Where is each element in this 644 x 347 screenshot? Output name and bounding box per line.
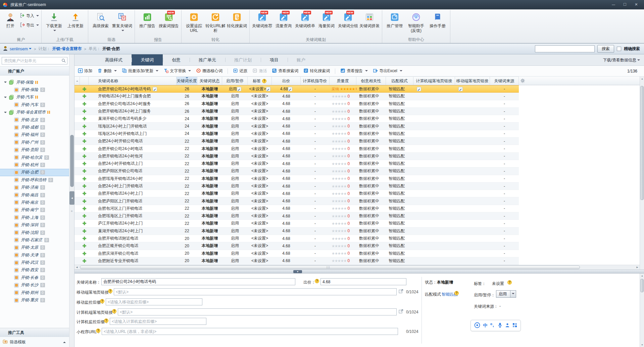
- ribbon-button-关键词拼装[interactable]: 关键词拼装: [359, 10, 380, 29]
- dropdown-arrow-icon[interactable]: [510, 291, 516, 297]
- add-keyword-icon[interactable]: [83, 147, 86, 151]
- plan-item[interactable]: 开锁-省会直辖市: [0, 109, 69, 116]
- add-keyword-icon[interactable]: [83, 132, 86, 136]
- add-keyword-icon[interactable]: [83, 94, 86, 98]
- action-文字替换[interactable]: 文字替换: [163, 68, 191, 74]
- ribbon-button-上传更新[interactable]: 上传更新: [65, 10, 86, 29]
- ribbon-button-搜索词报告[interactable]: NEW搜索词报告: [158, 10, 180, 29]
- action-删除[interactable]: 删除: [97, 68, 117, 74]
- ribbon-button-设置追踪URL[interactable]: 设置追踪URL: [183, 10, 205, 33]
- column-header-length[interactable]: 关键词长度: [177, 77, 197, 85]
- scroll-down-icon[interactable]: ▼: [640, 343, 644, 347]
- ribbon-button-导出[interactable]: 导出: [20, 22, 39, 29]
- tab-账户[interactable]: 账户: [288, 54, 314, 65]
- collapse-up-icon[interactable]: [63, 340, 66, 343]
- column-header-relevance[interactable]: 创意相关性: [356, 77, 386, 85]
- column-header-mobile_landing[interactable]: 移动端落地页链接: [455, 77, 490, 85]
- unit-item[interactable]: 开锁-哈尔滨0: [0, 154, 69, 161]
- ribbon-button-重复关键词[interactable]: 重复关键词: [111, 10, 133, 33]
- unit-item[interactable]: 开锁-北京0: [0, 116, 69, 123]
- ribbon-button-智能助手(反馈)[interactable]: 智能助手(反馈): [405, 10, 427, 33]
- scroll-left-icon[interactable]: ◄: [75, 265, 79, 270]
- add-keyword-icon[interactable]: [83, 214, 86, 218]
- table-row[interactable]: 合肥瑶海区上门开锁电话22本地新增启用<未设置>4.68-★★★★★0数据积累中…: [75, 212, 519, 220]
- table-row[interactable]: 巢湖开锁电话24小时上门22本地新增启用<未设置>4.68-★★★★★0数据积累…: [75, 228, 519, 235]
- open-link-icon[interactable]: [399, 309, 403, 315]
- action-添加[interactable]: 添加: [78, 68, 92, 74]
- table-row[interactable]: 瑶海区24小时上门开锁电话24本地新增启用<未设置>4.68-★★★★★0数据积…: [75, 122, 519, 130]
- sidebar-item-tools[interactable]: 推广工具: [0, 328, 69, 337]
- exact-search-checkbox[interactable]: [617, 47, 621, 51]
- column-header-quality[interactable]: 质量度: [330, 77, 356, 85]
- keyword-search-input[interactable]: [535, 45, 595, 52]
- ime-chinese-icon[interactable]: 中: [483, 323, 487, 329]
- edit-icon[interactable]: [237, 87, 241, 91]
- ime-logo-icon[interactable]: [474, 322, 480, 329]
- mobile-landing-input[interactable]: [114, 288, 397, 295]
- splitter-collapse-button[interactable]: [293, 270, 302, 273]
- ribbon-button-关键词推荐[interactable]: NEW关键词推荐: [251, 10, 273, 29]
- unit-item[interactable]: 开锁-杭州0: [0, 161, 69, 168]
- ribbon-button-关键词榜单[interactable]: NEW关键词榜单: [294, 10, 316, 29]
- pc-landing-input[interactable]: [118, 308, 397, 315]
- table-row[interactable]: 合肥24小时开锁公司电话22本地新增启用<未设置>4.68-★★★★★0数据积累…: [75, 138, 519, 145]
- ribbon-button-打开[interactable]: 打开: [2, 10, 18, 29]
- column-header-bid[interactable]: 出价: [272, 77, 301, 85]
- bid-input[interactable]: [320, 278, 406, 285]
- pc-suffix-input[interactable]: [110, 318, 206, 325]
- table-row[interactable]: 合肥开锁电话24小时上门22本地新增启用<未设置>4.68-★★★★★0数据积累…: [75, 190, 519, 197]
- add-keyword-icon[interactable]: [83, 169, 86, 173]
- table-row[interactable]: 合肥24小时上门开锁电话22本地新增启用<未设置>4.68-★★★★★0数据积累…: [75, 183, 519, 190]
- column-header-name[interactable]: 关键词名称: [89, 77, 177, 85]
- column-header-match[interactable]: 匹配模式: [386, 77, 413, 85]
- unit-item[interactable]: 开锁-西安0: [0, 266, 69, 274]
- column-header-pc_guide[interactable]: 计算机指导价: [301, 77, 330, 85]
- add-keyword-icon[interactable]: [83, 229, 86, 233]
- action-圈选核心词[interactable]: 圈选核心词: [196, 68, 222, 74]
- table-row[interactable]: 合肥瑶海开锁电话24小时22本地新增启用<未设置>4.68-★★★★★0数据积累…: [75, 175, 519, 183]
- table-row[interactable]: 合肥开锁电话附近电话20本地新增启用<未设置>4.68-★★★★★0数据积累中智…: [75, 235, 519, 242]
- grid-vertical-scrollbar[interactable]: ▲ ▼: [640, 77, 644, 274]
- edit-icon[interactable]: [153, 87, 157, 91]
- table-row[interactable]: 合肥包河区上门开锁电话22本地新增启用<未设置>4.68-★★★★★0数据积累中…: [75, 205, 519, 212]
- minimize-button[interactable]: [608, 1, 618, 8]
- edit-icon[interactable]: [288, 87, 292, 91]
- ime-punct-icon[interactable]: [490, 323, 495, 329]
- column-header-tag[interactable]: 标签: [248, 77, 272, 85]
- add-keyword-icon[interactable]: [83, 177, 86, 181]
- ribbon-button-导入[interactable]: 导入: [20, 13, 39, 19]
- tab-创意[interactable]: 创意: [163, 54, 190, 65]
- add-keyword-icon[interactable]: [83, 244, 86, 248]
- add-keyword-icon[interactable]: [83, 259, 86, 263]
- unit-item[interactable]: 开锁-长春0: [0, 274, 69, 281]
- action-转化搜索词[interactable]: 转化搜索词: [303, 68, 330, 74]
- column-header-status[interactable]: 关键词状态: [197, 77, 222, 85]
- ime-user-icon[interactable]: [505, 323, 510, 329]
- column-header-pc_landing[interactable]: 计算机端落地页链接: [413, 77, 455, 85]
- table-row[interactable]: 合肥滨湖开锁公司电话20本地新增启用<未设置>4.68-★★★★★0数据积累中智…: [75, 250, 519, 257]
- unit-item[interactable]: 开锁-南昌0: [0, 191, 69, 199]
- ribbon-button-高级搜索[interactable]: 高级搜索: [90, 10, 111, 29]
- ribbon-button-关键词分组[interactable]: NEW关键词分组: [337, 10, 359, 29]
- add-keyword-icon[interactable]: [83, 207, 86, 210]
- table-row[interactable]: 合肥开锁电话24小时上门服务26本地新增启用<未设置>4.68-★★★★★0数据…: [75, 108, 519, 115]
- unit-item[interactable]: 开锁-成都0: [0, 123, 69, 131]
- add-keyword-icon[interactable]: [83, 125, 86, 128]
- table-row[interactable]: 巢湖开锁公司电话号码多少24本地新增启用<未设置>4.68-★★★★★0数据积累…: [75, 115, 519, 122]
- ime-mic-icon[interactable]: [498, 323, 502, 329]
- account-tree-search-input[interactable]: [2, 57, 67, 64]
- download-view-data-link[interactable]: 下载/查看数据信息: [603, 54, 644, 65]
- scroll-up-icon[interactable]: ▲: [640, 77, 644, 81]
- unit-item[interactable]: 开锁-南京0: [0, 199, 69, 206]
- account-dropdown-icon[interactable]: [29, 48, 32, 51]
- account-name[interactable]: senlinsem: [10, 47, 28, 51]
- unit-item[interactable]: 开锁-武汉0: [0, 259, 69, 266]
- ribbon-button-海量拓词[interactable]: NEW海量拓词: [316, 10, 337, 29]
- vertical-scroll-thumb[interactable]: [640, 86, 644, 200]
- add-keyword-icon[interactable]: [83, 117, 86, 120]
- add-keyword-icon[interactable]: [83, 87, 86, 91]
- table-row[interactable]: 瑶海区24小时开锁电话上门24本地新增启用<未设置>4.68-★★★★★0数据积…: [75, 130, 519, 138]
- editor-scrollbar[interactable]: ▲ ▼: [640, 274, 644, 347]
- unit-item[interactable]: 开锁-石家庄0: [0, 236, 69, 244]
- action-导出Excel[interactable]: 导出Excel: [373, 68, 402, 74]
